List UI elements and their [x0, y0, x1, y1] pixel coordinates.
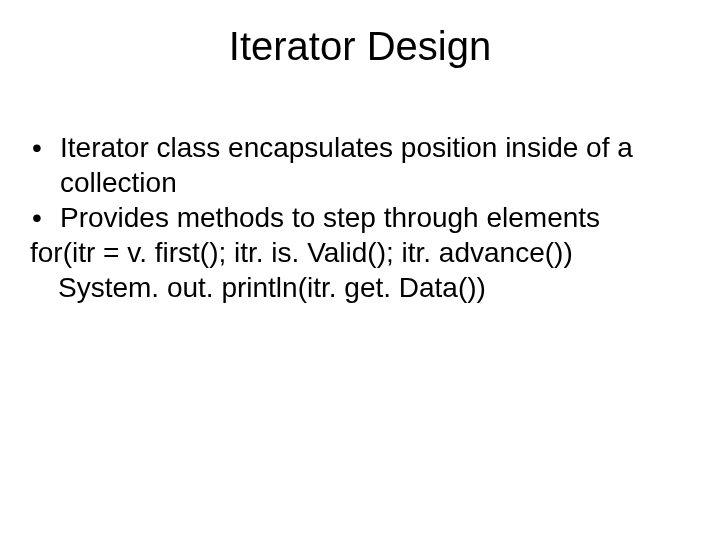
bullet-item: • Iterator class encapsulates position i… [30, 130, 690, 200]
bullet-item: • Provides methods to step through eleme… [30, 200, 690, 235]
slide: Iterator Design • Iterator class encapsu… [0, 0, 720, 540]
code-line: System. out. println(itr. get. Data()) [30, 270, 690, 305]
slide-title: Iterator Design [0, 24, 720, 69]
bullet-text: Provides methods to step through element… [60, 200, 690, 235]
bullet-icon: • [30, 200, 60, 235]
code-line: for(itr = v. first(); itr. is. Valid(); … [30, 235, 690, 270]
bullet-icon: • [30, 130, 60, 165]
slide-body: • Iterator class encapsulates position i… [30, 130, 690, 305]
bullet-text: Iterator class encapsulates position ins… [60, 130, 690, 200]
